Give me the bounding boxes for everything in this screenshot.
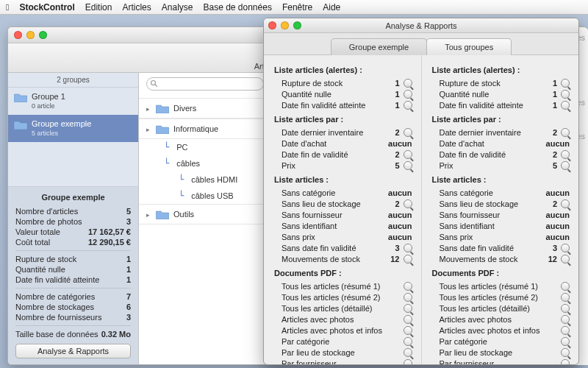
menu-help[interactable]: Aide <box>323 2 340 13</box>
apple-menu[interactable] <box>6 2 9 13</box>
magnifier-icon[interactable] <box>404 90 412 99</box>
report-line: Tous les articles (résumé 2) <box>432 291 570 302</box>
analyse-rapports-button[interactable]: Analyse & Rapports <box>15 344 131 358</box>
report-line: Date fin validité atteinte1 <box>274 99 412 110</box>
magnifier-icon[interactable] <box>561 304 570 313</box>
magnifier-icon[interactable] <box>404 293 412 302</box>
report-line: Par lieu de stockage <box>432 347 570 358</box>
report-line: Prix5 <box>274 160 412 171</box>
magnifier-icon[interactable] <box>561 244 570 252</box>
magnifier-icon[interactable] <box>404 244 412 252</box>
magnifier-icon[interactable] <box>404 348 412 357</box>
magnifier-icon[interactable] <box>561 348 570 357</box>
report-line: Sans catégorieaucun <box>274 187 412 198</box>
report-line: Tous les articles (résumé 1) <box>274 280 412 291</box>
close-icon[interactable] <box>14 31 22 39</box>
info-row: Nombre de catégories7 <box>15 291 131 302</box>
magnifier-icon[interactable] <box>404 315 412 324</box>
section-heading: Liste articles (alertes) : <box>274 66 412 74</box>
report-line: Sans identifiantaucun <box>432 220 570 231</box>
info-row: Valeur totale17 162,57 € <box>15 227 131 237</box>
modal-titlebar: Analyse & Rapports <box>264 18 578 33</box>
magnifier-icon[interactable] <box>404 101 412 110</box>
report-line: Sans date fin validité3 <box>274 242 412 253</box>
report-line: Rupture de stock1 <box>274 77 412 88</box>
report-line: Sans lieu de stockage2 <box>432 198 570 209</box>
menu-window[interactable]: Fenêtre <box>282 2 312 13</box>
magnifier-icon[interactable] <box>404 128 412 137</box>
report-line: Date dernier inventaire2 <box>274 127 412 138</box>
modal-tabs: Groupe exemple Tous groupes <box>264 33 578 55</box>
info-row: Taille base de données0.32 Mo <box>15 329 131 339</box>
magnifier-icon[interactable] <box>561 359 570 365</box>
report-line: Tous les articles (résumé 1) <box>432 280 570 291</box>
disclosure-icon <box>146 124 151 133</box>
report-line: Sans fournisseuraucun <box>274 209 412 220</box>
magnifier-icon[interactable] <box>404 337 412 346</box>
tab-groupe-exemple[interactable]: Groupe exemple <box>331 38 427 55</box>
report-line: Date fin de validité2 <box>274 149 412 160</box>
section-heading: Documents PDF : <box>432 269 570 277</box>
report-line: Quantité nulle1 <box>274 88 412 99</box>
folder-icon <box>156 124 169 134</box>
minimize-icon[interactable] <box>281 21 289 29</box>
report-line: Tous les articles (détaillé) <box>274 302 412 314</box>
info-row: Coût total12 290,15 € <box>15 237 131 247</box>
magnifier-icon[interactable] <box>561 128 570 137</box>
magnifier-icon[interactable] <box>404 150 412 159</box>
magnifier-icon[interactable] <box>561 79 570 88</box>
zoom-icon[interactable] <box>39 31 47 39</box>
magnifier-icon[interactable] <box>561 293 570 302</box>
menu-analyse[interactable]: Analyse <box>162 2 193 13</box>
report-line: Sans prixaucun <box>274 231 412 242</box>
magnifier-icon[interactable] <box>561 161 570 170</box>
report-line: Prix5 <box>432 160 570 171</box>
tab-tous-groupes[interactable]: Tous groupes <box>426 38 512 55</box>
magnifier-icon[interactable] <box>561 90 570 99</box>
report-line: Sans catégorieaucun <box>432 187 570 198</box>
magnifier-icon[interactable] <box>404 255 412 263</box>
menu-database[interactable]: Base de données <box>203 2 271 13</box>
magnifier-icon[interactable] <box>404 79 412 88</box>
info-row: Date fin validité atteinte1 <box>15 275 131 285</box>
magnifier-icon[interactable] <box>561 315 570 324</box>
report-line: Sans lieu de stockage2 <box>274 198 412 209</box>
magnifier-icon[interactable] <box>404 199 412 208</box>
magnifier-icon[interactable] <box>561 326 570 335</box>
report-line: Date d'achataucun <box>432 138 570 149</box>
disclosure-icon <box>146 104 151 113</box>
report-line: Articles avec photos <box>274 314 412 325</box>
minimize-icon[interactable] <box>26 31 35 39</box>
magnifier-icon[interactable] <box>404 282 412 291</box>
magnifier-icon[interactable] <box>561 101 570 110</box>
report-line: Date fin de validité2 <box>432 149 570 160</box>
disclosure-icon <box>146 210 151 219</box>
report-line: Sans fournisseuraucun <box>432 209 570 220</box>
sidebar-item-groupe-exemple[interactable]: Groupe exemple5 articles <box>8 115 138 142</box>
report-line: Par fournisseur <box>432 358 570 364</box>
menu-articles[interactable]: Articles <box>122 2 151 13</box>
search-input[interactable] <box>146 77 264 91</box>
section-heading: Liste articles par : <box>274 115 412 124</box>
magnifier-icon[interactable] <box>561 255 570 263</box>
magnifier-icon[interactable] <box>404 359 412 365</box>
magnifier-icon[interactable] <box>404 304 412 313</box>
magnifier-icon[interactable] <box>561 282 570 291</box>
magnifier-icon[interactable] <box>404 161 412 170</box>
magnifier-icon[interactable] <box>561 199 570 208</box>
report-line: Date d'achataucun <box>274 138 412 149</box>
report-line: Par lieu de stockage <box>274 347 412 358</box>
magnifier-icon[interactable] <box>404 326 412 335</box>
report-line: Par catégorie <box>432 336 570 347</box>
app-name[interactable]: StockControl <box>19 2 74 13</box>
menu-edition[interactable]: Edition <box>85 2 112 13</box>
info-row: Nombre d'articles5 <box>15 206 131 216</box>
magnifier-icon[interactable] <box>561 150 570 159</box>
magnifier-icon[interactable] <box>561 337 570 346</box>
info-title: Groupe exemple <box>15 193 131 202</box>
report-line: Quantité nulle1 <box>432 88 570 99</box>
analysis-reports-window: Analyse & Rapports Groupe exemple Tous g… <box>263 18 579 365</box>
close-icon[interactable] <box>268 21 276 29</box>
zoom-icon[interactable] <box>293 21 301 29</box>
sidebar-item-groupe1[interactable]: Groupe 10 article <box>8 88 138 115</box>
